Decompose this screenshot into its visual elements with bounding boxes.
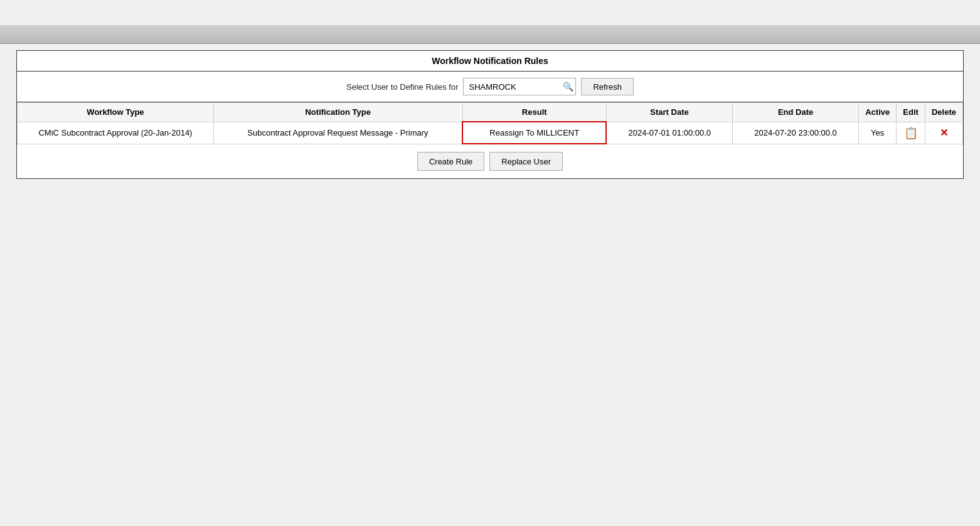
user-input[interactable] [463, 78, 576, 95]
col-header-workflow: Workflow Type [18, 103, 214, 122]
col-header-enddate: End Date [733, 103, 859, 122]
panel-title: Workflow Notification Rules [17, 51, 963, 72]
col-header-active: Active [859, 103, 897, 122]
col-header-notification: Notification Type [213, 103, 462, 122]
search-icon: 🔍 [563, 82, 573, 92]
cell-start-date: 2024-07-01 01:00:00.0 [606, 122, 732, 144]
table-header-row: Workflow Type Notification Type Result S… [18, 103, 963, 122]
col-header-edit: Edit [897, 103, 925, 122]
col-header-delete: Delete [925, 103, 962, 122]
user-input-wrapper: 🔍 [463, 78, 576, 95]
cell-active: Yes [859, 122, 897, 144]
top-bar [0, 25, 980, 44]
cell-edit[interactable]: 📋 [897, 122, 925, 144]
col-header-startdate: Start Date [606, 103, 732, 122]
page-wrapper: Workflow Notification Rules Select User … [0, 0, 980, 526]
create-rule-button[interactable]: Create Rule [417, 152, 484, 171]
actions-row: Create Rule Replace User [17, 144, 963, 178]
data-table: Workflow Type Notification Type Result S… [17, 102, 963, 144]
cell-notification-type: Subcontract Approval Request Message - P… [213, 122, 462, 144]
replace-user-button[interactable]: Replace User [489, 152, 563, 171]
cell-delete[interactable]: ✕ [925, 122, 962, 144]
select-user-label: Select User to Define Rules for [346, 82, 458, 92]
search-icon-button[interactable]: 🔍 [563, 82, 573, 92]
cell-result: Reassign To MILLICENT [462, 122, 606, 144]
cell-workflow-type: CMiC Subcontract Approval (20-Jan-2014) [18, 122, 214, 144]
refresh-button[interactable]: Refresh [581, 78, 634, 95]
delete-icon: ✕ [940, 127, 948, 138]
edit-icon: 📋 [904, 127, 918, 139]
table-row: CMiC Subcontract Approval (20-Jan-2014) … [18, 122, 963, 144]
select-user-row: Select User to Define Rules for 🔍 Refres… [17, 72, 963, 102]
main-panel: Workflow Notification Rules Select User … [16, 50, 964, 179]
col-header-result: Result [462, 103, 606, 122]
panel-title-text: Workflow Notification Rules [432, 56, 548, 66]
cell-end-date: 2024-07-20 23:00:00.0 [733, 122, 859, 144]
